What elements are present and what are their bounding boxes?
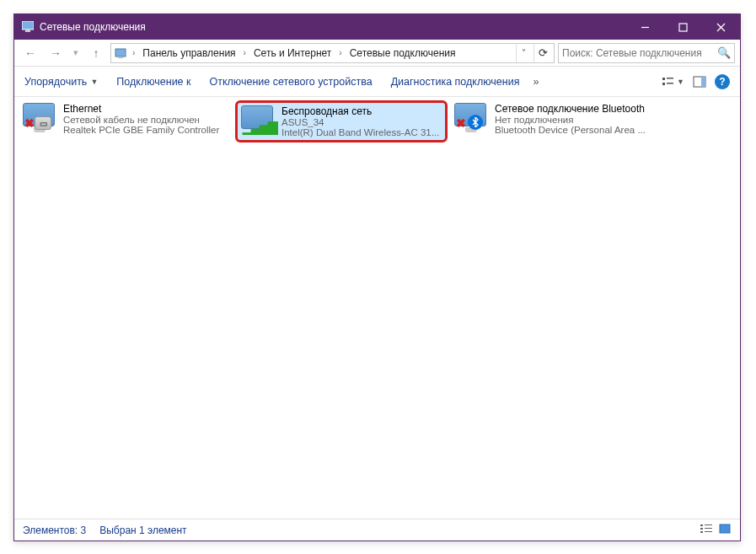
svg-rect-7 xyxy=(118,56,123,58)
diagnostics-button[interactable]: Диагностика подключения xyxy=(391,76,520,88)
connect-to-button[interactable]: Подключение к xyxy=(116,76,190,88)
organize-menu[interactable]: Упорядочить ▼ xyxy=(24,76,98,88)
details-view-button[interactable] xyxy=(700,523,713,537)
error-x-icon: ✖ xyxy=(453,116,469,130)
toolbar: Упорядочить ▼ Подключение к Отключение с… xyxy=(14,67,740,97)
item-count: Элементов: 3 xyxy=(23,524,86,536)
window: Сетевые подключения ← → ▾ ↑ › Панель упр… xyxy=(13,13,741,541)
connection-device: Realtek PCIe GBE Family Controller xyxy=(63,125,228,135)
preview-pane-button[interactable] xyxy=(693,76,706,88)
selected-count: Выбран 1 элемент xyxy=(99,524,186,536)
search-input[interactable] xyxy=(562,44,714,62)
ethernet-plug-icon: ▭ xyxy=(35,116,51,130)
connection-item-ethernet[interactable]: ✖ ▭ Ethernet Сетевой кабель не подключен… xyxy=(19,100,232,137)
close-button[interactable] xyxy=(702,14,740,40)
bluetooth-icon xyxy=(468,115,483,130)
chevron-down-icon: ▼ xyxy=(677,78,684,86)
svg-rect-8 xyxy=(662,78,665,80)
navbar: ← → ▾ ↑ › Панель управления › Сеть и Инт… xyxy=(14,40,740,67)
connection-icon: ✖ ▭ xyxy=(23,103,58,126)
svg-rect-20 xyxy=(720,524,730,533)
help-button[interactable]: ? xyxy=(715,74,730,89)
chevron-icon: › xyxy=(337,48,343,57)
connection-status: ASUS_34 xyxy=(281,117,442,127)
connection-status: Нет подключения xyxy=(495,115,660,125)
connection-device: Bluetooth Device (Personal Area ... xyxy=(495,125,660,135)
up-button[interactable]: ↑ xyxy=(85,43,107,63)
search-icon[interactable]: 🔍 xyxy=(714,46,731,59)
connection-icon: ✖ xyxy=(454,103,490,126)
connection-icon: ▁▃▅▇ xyxy=(241,105,276,129)
statusbar: Элементов: 3 Выбран 1 элемент xyxy=(14,519,740,541)
search-box[interactable]: 🔍 xyxy=(558,43,735,63)
svg-rect-9 xyxy=(667,78,673,79)
connection-item-wireless[interactable]: ▁▃▅▇ Беспроводная сеть ASUS_34 Intel(R) … xyxy=(235,100,448,143)
connection-name: Беспроводная сеть xyxy=(281,105,442,117)
refresh-button[interactable]: ⟳ xyxy=(533,44,552,62)
view-options-button[interactable]: ▼ xyxy=(662,76,684,88)
svg-rect-18 xyxy=(700,531,703,533)
minimize-button[interactable] xyxy=(626,14,664,40)
connection-name: Ethernet xyxy=(63,103,228,115)
svg-rect-1 xyxy=(25,30,30,32)
breadcrumb-item[interactable]: Сеть и Интернет xyxy=(250,47,335,59)
address-bar[interactable]: › Панель управления › Сеть и Интернет › … xyxy=(110,43,555,63)
breadcrumb-item[interactable]: Панель управления xyxy=(139,47,239,59)
disable-device-button[interactable]: Отключение сетевого устройства xyxy=(210,76,373,88)
large-icons-view-button[interactable] xyxy=(718,523,732,537)
titlebar[interactable]: Сетевые подключения xyxy=(14,14,740,40)
address-dropdown[interactable]: ˅ xyxy=(516,44,531,62)
chevron-down-icon: ▼ xyxy=(90,78,98,86)
signal-bars-icon: ▁▃▅▇ xyxy=(251,121,268,134)
toolbar-overflow[interactable]: » xyxy=(533,76,539,88)
svg-rect-15 xyxy=(705,524,712,525)
breadcrumb-item[interactable]: Сетевые подключения xyxy=(346,47,459,59)
svg-rect-10 xyxy=(662,83,665,85)
connection-name: Сетевое подключение Bluetooth xyxy=(495,103,660,115)
connection-status: Сетевой кабель не подключен xyxy=(63,115,228,125)
svg-rect-14 xyxy=(700,524,703,526)
window-controls xyxy=(626,14,740,40)
chevron-icon: › xyxy=(131,48,137,57)
svg-rect-13 xyxy=(701,77,705,87)
window-title: Сетевые подключения xyxy=(40,21,626,33)
svg-rect-3 xyxy=(679,24,687,31)
back-button[interactable]: ← xyxy=(19,43,41,63)
chevron-icon: › xyxy=(242,48,248,57)
app-icon xyxy=(21,20,35,34)
svg-rect-16 xyxy=(700,528,703,530)
location-icon xyxy=(113,46,128,61)
svg-rect-17 xyxy=(705,528,712,529)
svg-rect-19 xyxy=(705,531,712,532)
connection-item-bluetooth[interactable]: ✖ Сетевое подключение Bluetooth Нет подк… xyxy=(451,100,663,137)
connection-device: Intel(R) Dual Band Wireless-AC 31... xyxy=(281,127,442,137)
svg-rect-11 xyxy=(667,83,673,84)
maximize-button[interactable] xyxy=(664,14,702,40)
history-dropdown[interactable]: ▾ xyxy=(70,43,82,63)
svg-rect-6 xyxy=(115,49,126,56)
svg-rect-0 xyxy=(22,21,34,30)
content-area[interactable]: ✖ ▭ Ethernet Сетевой кабель не подключен… xyxy=(14,97,740,519)
forward-button[interactable]: → xyxy=(45,43,67,63)
